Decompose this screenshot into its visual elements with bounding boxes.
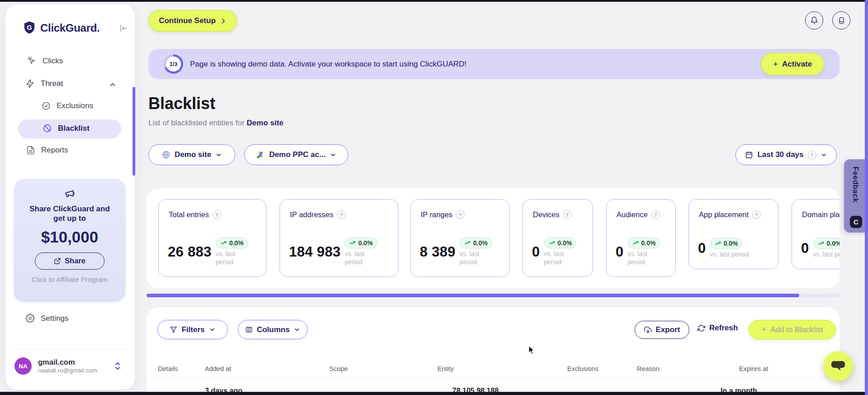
bell-icon [810,16,818,24]
docs-button[interactable] [832,11,850,29]
column-header-expires-at[interactable]: Expires at [739,365,768,372]
help-icon[interactable]: ? [337,210,346,219]
stat-card-devices: Devices? 0 0.0% vs. last period [522,199,593,277]
demo-data-banner: 1/3 Page is showing demo data. Activate … [148,49,840,79]
stat-value: 26 883 [168,244,212,260]
stat-value: 0 [532,244,540,260]
delta-value: 0.0% [724,240,738,247]
share-button[interactable]: Share [35,252,104,270]
refresh-button[interactable]: Refresh [697,324,738,333]
account-switcher-icon[interactable] [114,362,121,371]
date-range-value: Last 30 days [757,150,803,159]
column-header-scope[interactable]: Scope [329,365,348,372]
sidebar-item-exclusions[interactable]: Exclusions [42,101,93,110]
stat-label: IP addresses [290,210,333,219]
ppc-account-selector[interactable]: Demo PPC ac... [244,144,348,165]
collapse-sidebar-icon[interactable] [119,24,128,33]
shield-logo-icon: G [23,21,36,35]
delta-value: 0.0% [827,240,840,247]
ban-icon [43,124,52,133]
columns-label: Columns [257,325,290,334]
sidebar-scrollbar[interactable] [133,87,135,176]
vs-last-period: vs. last period [345,250,375,267]
sidebar-item-label: Reports [41,146,68,155]
column-header-details[interactable]: Details [158,365,178,372]
page-scrollbar[interactable] [865,0,868,395]
delta-value: 0.0% [229,239,244,247]
table-header-divider [147,377,840,378]
site-selector[interactable]: Demo site [148,144,235,165]
chevron-up-icon[interactable] [109,81,117,89]
filters-label: Filters [181,325,204,334]
calendar-icon [745,151,753,159]
chevron-down-icon [330,152,337,158]
column-header-reason[interactable]: Reason [637,365,659,372]
column-header-added-at[interactable]: Added at [205,365,231,372]
continue-setup-label: Continue Setup [159,16,216,25]
app-root: G ClickGuard. Clicks Threat [0,0,868,395]
affiliate-promo-card[interactable]: Share ClickGuard and get up to $10,000 S… [14,179,126,302]
help-icon[interactable]: ? [808,151,816,159]
column-header-exclusions[interactable]: Exclusions [567,365,598,372]
sidebar-item-blacklist[interactable]: Blacklist [18,119,121,138]
vs-last-period: vs. last period [813,251,840,259]
help-icon[interactable]: ? [213,210,221,219]
continue-setup-button[interactable]: Continue Setup [148,10,237,32]
brand-logo[interactable]: G ClickGuard. [23,21,100,35]
sidebar-item-threat[interactable]: Threat [25,79,63,88]
stat-label: Total entries [169,210,209,219]
bottom-edge [0,392,868,395]
columns-button[interactable]: Columns [238,320,308,339]
sidebar-divider [14,349,127,350]
stat-card-domain-placement: Domain placement? 0 0.0% vs. last period [792,199,840,269]
settings-label: Settings [41,314,68,323]
help-icon[interactable]: ? [456,210,465,219]
svg-text:G: G [27,24,32,31]
delta-value: 0.0% [641,239,656,247]
globe-icon [161,150,171,159]
stat-label: IP ranges [421,210,452,219]
refresh-label: Refresh [709,324,738,333]
google-ads-icon [256,150,265,159]
site-selector-value: Demo site [175,150,211,159]
sidebar-item-label: Threat [41,79,63,88]
chat-widget-button[interactable] [823,351,853,381]
stat-value: 0 [616,244,624,260]
help-icon[interactable]: ? [752,210,761,219]
column-header-entity[interactable]: Entity [437,365,454,372]
date-range-selector[interactable]: Last 30 days ? [735,144,837,165]
delta-badge: 0.0% [460,238,492,248]
sidebar-item-reports[interactable]: Reports [26,146,68,155]
avatar[interactable]: NA [14,357,32,375]
help-icon[interactable]: ? [651,210,660,219]
avatar-initials: NA [19,363,28,370]
chevron-down-icon [294,326,300,333]
sidebar-item-clicks[interactable]: Clicks [27,56,63,66]
stat-value: 0 [801,240,809,257]
setup-progress-ring: 1/3 [164,54,183,74]
lightning-icon [25,79,35,88]
promo-footnote: Click to Affiliate Program [14,276,126,284]
funnel-icon [170,326,177,333]
notifications-button[interactable] [805,11,823,29]
setup-progress-value: 1/3 [170,61,177,67]
help-icon[interactable]: ? [563,210,572,219]
delta-badge: 0.0% [813,238,840,249]
stat-label: Devices [533,210,560,219]
delta-value: 0.0% [473,239,488,247]
badge-check-icon [42,101,51,110]
sidebar-item-settings[interactable]: Settings [25,314,68,323]
activate-button[interactable]: + Activate [761,53,824,75]
export-button[interactable]: Export [635,321,689,339]
export-label: Export [656,325,680,334]
stats-panel: Total entries? 26 883 0.0% vs. last peri… [147,188,840,288]
filters-button[interactable]: Filters [157,320,228,339]
brand-name: ClickGuard. [40,22,100,34]
sidebar-item-label: Clicks [43,57,63,66]
stat-card-app-placement: App placement? 0 0.0% vs. last period [688,199,778,269]
chat-bubble-icon [830,359,846,373]
stat-card-ip-addresses: IP addresses? 184 983 0.0% vs. last peri… [280,199,398,277]
add-to-blacklist-button[interactable]: + Add to Blacklist [749,320,836,339]
plus-icon: + [773,59,778,69]
stats-scrollbar-thumb[interactable] [147,294,799,297]
